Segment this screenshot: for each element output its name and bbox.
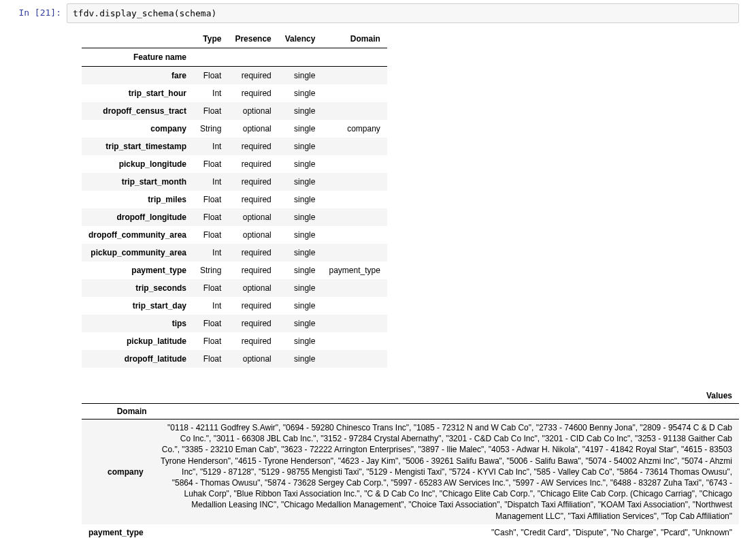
domain-subheader-row: Domain xyxy=(82,404,739,420)
table-row: pickup_latitudeFloatrequiredsingle xyxy=(82,332,387,350)
feature-presence: required xyxy=(228,315,278,332)
schema-corner-blank xyxy=(82,30,193,48)
feature-presence: required xyxy=(228,155,278,173)
feature-presence: optional xyxy=(228,120,278,138)
feature-valency: single xyxy=(278,173,323,191)
table-row: trip_secondsFloatoptionalsingle xyxy=(82,279,387,297)
prompt-prefix: In [ xyxy=(18,7,39,18)
table-row: dropoff_census_tractFloatoptionalsingle xyxy=(82,102,387,120)
feature-type: Float xyxy=(193,102,228,120)
feature-domain xyxy=(322,244,387,262)
feature-presence: optional xyxy=(228,208,278,226)
feature-name: company xyxy=(82,120,193,138)
feature-name: dropoff_longitude xyxy=(82,208,193,226)
feature-domain xyxy=(322,102,387,120)
feature-domain xyxy=(322,138,387,155)
input-prompt: In [21]: xyxy=(3,3,67,20)
feature-presence: optional xyxy=(228,279,278,297)
feature-domain xyxy=(322,208,387,226)
table-row: dropoff_latitudeFloatoptionalsingle xyxy=(82,350,387,368)
domain-values-header: Values xyxy=(154,388,739,404)
feature-domain: company xyxy=(322,120,387,138)
schema-subheader-row: Feature name xyxy=(82,48,387,67)
feature-presence: required xyxy=(228,297,278,315)
table-row: companyStringoptionalsinglecompany xyxy=(82,120,387,138)
domain-name: payment_type xyxy=(82,524,154,538)
feature-valency: single xyxy=(278,297,323,315)
domain-corner-blank xyxy=(82,388,154,404)
table-row: pickup_longitudeFloatrequiredsingle xyxy=(82,155,387,173)
feature-valency: single xyxy=(278,226,323,244)
feature-valency: single xyxy=(278,191,323,208)
feature-type: Float xyxy=(193,315,228,332)
feature-domain xyxy=(322,279,387,297)
feature-valency: single xyxy=(278,67,323,85)
feature-name: trip_start_timestamp xyxy=(82,138,193,155)
feature-type: Float xyxy=(193,67,228,85)
feature-type: String xyxy=(193,120,228,138)
feature-name: payment_type xyxy=(82,262,193,279)
feature-type: Int xyxy=(193,297,228,315)
table-row: trip_start_dayIntrequiredsingle xyxy=(82,297,387,315)
feature-type: String xyxy=(193,262,228,279)
schema-col-presence: Presence xyxy=(228,30,278,48)
feature-presence: required xyxy=(228,138,278,155)
domain-name: company xyxy=(82,420,154,524)
schema-header-row: Type Presence Valency Domain xyxy=(82,30,387,48)
table-row: tipsFloatrequiredsingle xyxy=(82,315,387,332)
domain-table: Values Domain company"0118 - 42111 Godfr… xyxy=(82,388,739,538)
feature-type: Float xyxy=(193,279,228,297)
feature-type: Float xyxy=(193,191,228,208)
schema-col-domain: Domain xyxy=(322,30,387,48)
feature-name: dropoff_census_tract xyxy=(82,102,193,120)
feature-domain xyxy=(322,297,387,315)
feature-name: dropoff_community_area xyxy=(82,226,193,244)
schema-row-header-label: Feature name xyxy=(82,48,193,67)
feature-name: trip_seconds xyxy=(82,279,193,297)
feature-valency: single xyxy=(278,102,323,120)
feature-domain xyxy=(322,350,387,368)
feature-name: pickup_longitude xyxy=(82,155,193,173)
feature-type: Float xyxy=(193,208,228,226)
feature-name: fare xyxy=(82,67,193,85)
table-row: payment_type"Cash", "Credit Card", "Disp… xyxy=(82,524,739,538)
feature-name: trip_start_day xyxy=(82,297,193,315)
feature-presence: optional xyxy=(228,102,278,120)
feature-domain xyxy=(322,226,387,244)
table-row: trip_milesFloatrequiredsingle xyxy=(82,191,387,208)
table-row: dropoff_longitudeFloatoptionalsingle xyxy=(82,208,387,226)
feature-domain xyxy=(322,173,387,191)
feature-domain xyxy=(322,84,387,102)
feature-name: pickup_community_area xyxy=(82,244,193,262)
feature-presence: optional xyxy=(228,226,278,244)
feature-presence: required xyxy=(228,332,278,350)
feature-valency: single xyxy=(278,120,323,138)
table-row: dropoff_community_areaFloatoptionalsingl… xyxy=(82,226,387,244)
feature-valency: single xyxy=(278,332,323,350)
feature-domain xyxy=(322,155,387,173)
feature-valency: single xyxy=(278,244,323,262)
code-input[interactable]: tfdv.display_schema(schema) xyxy=(67,3,739,23)
feature-presence: required xyxy=(228,262,278,279)
feature-valency: single xyxy=(278,262,323,279)
prompt-number: 21 xyxy=(40,7,51,18)
feature-valency: single xyxy=(278,350,323,368)
feature-presence: required xyxy=(228,67,278,85)
feature-type: Float xyxy=(193,350,228,368)
schema-table: Type Presence Valency Domain Feature nam… xyxy=(82,30,387,368)
feature-presence: required xyxy=(228,173,278,191)
feature-valency: single xyxy=(278,279,323,297)
feature-valency: single xyxy=(278,315,323,332)
input-cell: In [21]: tfdv.display_schema(schema) xyxy=(3,3,753,23)
feature-domain xyxy=(322,67,387,85)
feature-type: Int xyxy=(193,244,228,262)
domain-values: "Cash", "Credit Card", "Dispute", "No Ch… xyxy=(154,524,739,538)
feature-valency: single xyxy=(278,84,323,102)
feature-type: Float xyxy=(193,155,228,173)
feature-type: Float xyxy=(193,226,228,244)
table-row: payment_typeStringrequiredsinglepayment_… xyxy=(82,262,387,279)
feature-name: trip_start_month xyxy=(82,173,193,191)
feature-domain xyxy=(322,315,387,332)
feature-domain xyxy=(322,332,387,350)
feature-presence: optional xyxy=(228,350,278,368)
